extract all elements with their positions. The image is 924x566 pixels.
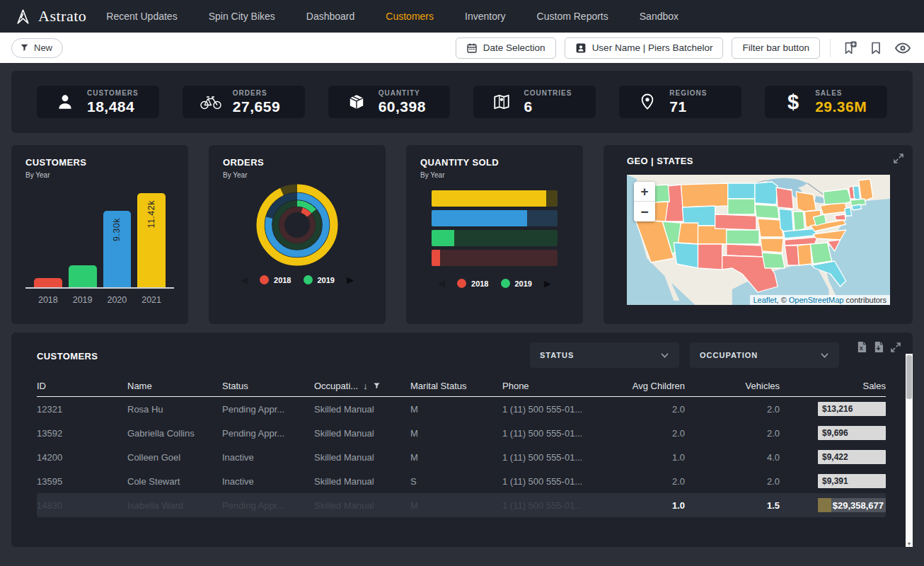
nav-item-inventory[interactable]: Inventory bbox=[465, 11, 506, 22]
bookmark-add-icon[interactable] bbox=[841, 39, 859, 57]
filter-dropdowns: STATUS OCCUPATION bbox=[530, 342, 839, 368]
new-filter-button[interactable]: New bbox=[11, 38, 63, 58]
col-header-id[interactable]: ID bbox=[37, 381, 127, 391]
status-dropdown[interactable]: STATUS bbox=[530, 342, 679, 368]
charts-row: CUSTOMERS By Year 9.30k 11.42k 2018 2019… bbox=[11, 145, 913, 324]
csv-export-icon[interactable] bbox=[873, 341, 884, 353]
nav-item-sandbox[interactable]: Sandbox bbox=[640, 11, 678, 22]
quantity-legend: ◀ 2018 2019 ▶ bbox=[420, 279, 569, 288]
quantity-bar-track[interactable] bbox=[432, 230, 558, 246]
x-axis-labels: 2018 2019 2020 2021 bbox=[25, 295, 174, 305]
chart-title: QUANTITY SOLD bbox=[420, 157, 569, 168]
map-icon bbox=[490, 93, 513, 111]
user-name-button[interactable]: User Name | Piers Batchelor bbox=[565, 37, 724, 59]
quantity-bar-track[interactable] bbox=[432, 250, 558, 266]
chevron-down-icon bbox=[820, 352, 829, 359]
legend-item-2019[interactable]: 2019 bbox=[501, 279, 532, 288]
table-scrollbar[interactable]: ▼ bbox=[906, 354, 913, 547]
col-header-sales[interactable]: Sales bbox=[780, 381, 886, 391]
map-attribution: Leaflet, © OpenStreetMap contributors bbox=[750, 295, 891, 305]
table-row[interactable]: 14200 Colleen Goel Inactive Skilled Manu… bbox=[37, 445, 886, 469]
svg-text:X: X bbox=[860, 345, 863, 352]
col-header-vehicles[interactable]: Vehicles bbox=[685, 381, 780, 391]
filter-bar-button[interactable]: Filter bar button bbox=[732, 37, 820, 59]
quantity-bar-fill bbox=[432, 230, 454, 246]
table-row[interactable]: 13595 Cole Stewart Inactive Skilled Manu… bbox=[37, 469, 886, 493]
kpi-quantity: QUANTITY60,398 bbox=[328, 86, 451, 118]
funnel-icon bbox=[20, 43, 29, 52]
bookmark-icon[interactable] bbox=[867, 40, 884, 57]
map-zoom-in-button[interactable]: + bbox=[634, 182, 655, 202]
nav-item-dashboard[interactable]: Dashboard bbox=[306, 11, 355, 22]
quantity-bar-track[interactable] bbox=[432, 210, 558, 226]
chart-subtitle: By Year bbox=[25, 171, 174, 179]
quantity-bar-fill bbox=[432, 250, 440, 266]
bar-value-label: 9.30k bbox=[112, 218, 122, 241]
quantity-bar-track[interactable] bbox=[432, 190, 558, 207]
map-zoom-out-button[interactable]: − bbox=[634, 202, 655, 221]
geo-title: GEO | STATES bbox=[627, 156, 890, 166]
leaflet-link[interactable]: Leaflet bbox=[753, 296, 777, 304]
nav-item-customers[interactable]: Customers bbox=[386, 11, 434, 22]
table-row[interactable]: 13592 Gabriella Collins Pending Appr... … bbox=[37, 421, 886, 445]
col-header-status[interactable]: Status bbox=[222, 381, 314, 391]
legend-item-2018[interactable]: 2018 bbox=[457, 279, 488, 288]
expand-icon[interactable] bbox=[893, 153, 904, 164]
brand-name: Astrato bbox=[38, 7, 86, 25]
legend-prev-button[interactable]: ◀ bbox=[438, 279, 445, 288]
legend-item-2019[interactable]: 2019 bbox=[304, 275, 335, 284]
astrato-logo-icon bbox=[14, 8, 32, 25]
kpi-countries: COUNTRIES6 bbox=[473, 86, 596, 118]
main-nav: Recent Updates Spin City Bikes Dashboard… bbox=[106, 11, 678, 22]
legend-next-button[interactable]: ▶ bbox=[544, 279, 551, 288]
chart-subtitle: By Year bbox=[420, 171, 569, 179]
legend-next-button[interactable]: ▶ bbox=[347, 275, 354, 284]
orders-radial-chart[interactable] bbox=[255, 183, 339, 267]
table-row[interactable]: 12321 Rosa Hu Pending Appr... Skilled Ma… bbox=[37, 397, 886, 421]
legend-item-2018[interactable]: 2018 bbox=[260, 275, 291, 284]
legend-prev-button[interactable]: ◀ bbox=[241, 275, 248, 284]
col-header-name[interactable]: Name bbox=[127, 381, 222, 391]
eye-icon[interactable] bbox=[893, 38, 913, 58]
kpi-regions: REGIONS71 bbox=[619, 86, 741, 118]
kpi-strip: CUSTOMERS18,484 ORDERS27,659 QUANTITY60,… bbox=[11, 71, 913, 133]
excel-export-icon[interactable]: X bbox=[856, 341, 867, 353]
nav-item-custom-reports[interactable]: Custom Reports bbox=[537, 11, 608, 22]
bar-2019[interactable] bbox=[69, 265, 97, 287]
col-header-marital[interactable]: Marital Status bbox=[410, 381, 502, 391]
pin-icon bbox=[636, 93, 659, 111]
col-header-avg-children[interactable]: Avg Children bbox=[621, 381, 685, 391]
occupation-dropdown[interactable]: OCCUPATION bbox=[690, 342, 839, 368]
dollar-icon: $ bbox=[782, 92, 804, 112]
brand[interactable]: Astrato bbox=[14, 7, 86, 25]
col-header-occupation[interactable]: Occupati... ↓ bbox=[314, 381, 410, 391]
total-sales-value: $29,358,677 bbox=[833, 500, 884, 511]
col-header-phone[interactable]: Phone bbox=[502, 381, 621, 391]
osm-link[interactable]: OpenStreetMap bbox=[789, 296, 844, 304]
nav-item-recent-updates[interactable]: Recent Updates bbox=[106, 11, 177, 22]
legend-dot bbox=[260, 275, 269, 284]
us-states-map[interactable]: + − Leaflet, © OpenStreetMap contributor… bbox=[627, 175, 890, 305]
table-header-row: ID Name Status Occupati... ↓ Marital Sta… bbox=[37, 375, 886, 397]
bar-2020[interactable]: 9.30k bbox=[103, 211, 132, 288]
legend-dot bbox=[457, 279, 466, 288]
top-nav-bar: Astrato Recent Updates Spin City Bikes D… bbox=[0, 0, 924, 33]
column-filter-icon[interactable] bbox=[373, 382, 381, 390]
chart-subtitle: By Year bbox=[223, 171, 371, 179]
customers-table-panel: CUSTOMERS STATUS OCCUPATION X bbox=[11, 333, 913, 547]
bar-2018[interactable] bbox=[34, 278, 62, 287]
total-avg-children: 1.0 bbox=[621, 500, 685, 511]
sort-desc-icon[interactable]: ↓ bbox=[363, 381, 368, 391]
nav-item-spin-city-bikes[interactable]: Spin City Bikes bbox=[209, 11, 275, 22]
scrollbar-thumb[interactable] bbox=[906, 355, 912, 399]
date-selection-button[interactable]: Date Selection bbox=[456, 37, 556, 59]
bar-2021[interactable]: 11.42k bbox=[137, 193, 166, 287]
customers-bar-chart: 9.30k 11.42k bbox=[25, 188, 174, 289]
expand-icon[interactable] bbox=[890, 342, 901, 353]
chevron-down-icon bbox=[660, 352, 669, 359]
scrollbar-down-arrow[interactable]: ▼ bbox=[906, 541, 913, 546]
customers-chart-panel: CUSTOMERS By Year 9.30k 11.42k 2018 2019… bbox=[11, 145, 188, 324]
total-sales-bar: $29,358,677 bbox=[818, 498, 886, 512]
bar-value-label: 11.42k bbox=[146, 200, 156, 229]
filter-toolbar: New Date Selection User Name | Piers Bat… bbox=[0, 33, 924, 63]
